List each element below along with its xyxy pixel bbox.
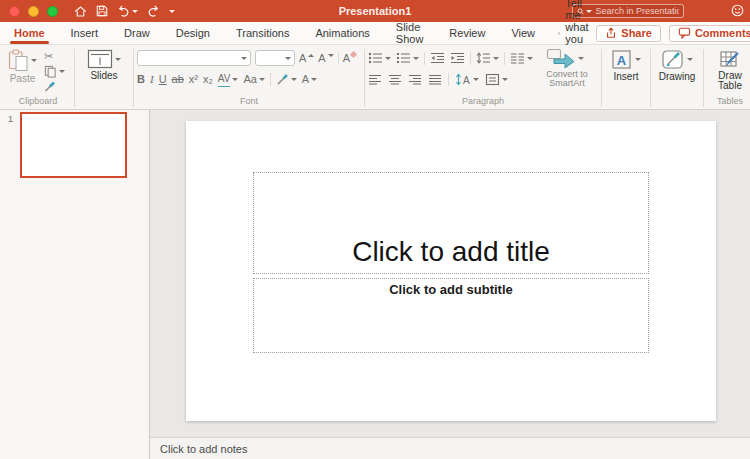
- line-spacing-button[interactable]: [476, 52, 499, 64]
- superscript-button[interactable]: x²: [189, 72, 198, 86]
- tab-actions: Share Comments: [596, 25, 750, 42]
- change-case-button[interactable]: Aa: [243, 72, 264, 86]
- increase-indent-button[interactable]: [450, 52, 465, 64]
- save-icon[interactable]: [96, 5, 108, 17]
- tab-design[interactable]: Design: [172, 22, 214, 45]
- character-spacing-button[interactable]: AV: [218, 72, 239, 87]
- group-insert: A Insert: [605, 48, 647, 109]
- tab-home[interactable]: Home: [10, 22, 49, 45]
- subtitle-placeholder[interactable]: Click to add subtitle: [253, 278, 649, 353]
- strikethrough-button[interactable]: ab: [172, 72, 184, 86]
- align-text-button[interactable]: [485, 73, 508, 86]
- format-painter-button[interactable]: [44, 80, 65, 92]
- font-color-button[interactable]: A: [302, 72, 317, 86]
- justify-button[interactable]: [428, 74, 442, 85]
- drawing-dropdown-icon[interactable]: [687, 58, 693, 61]
- paste-dropdown-icon[interactable]: [31, 59, 37, 62]
- tab-review[interactable]: Review: [445, 22, 489, 45]
- draw-table-button[interactable]: Draw Table: [710, 48, 750, 92]
- ribbon-home: Paste ✂ Clipboard: [0, 45, 750, 110]
- zoom-window-button[interactable]: [47, 6, 58, 17]
- redo-button[interactable]: [147, 5, 160, 17]
- numbering-icon: [396, 52, 411, 64]
- font-size-combo[interactable]: [255, 50, 295, 66]
- highlighter-icon: [276, 73, 289, 86]
- share-label: Share: [621, 27, 652, 39]
- slides-label: Slides: [90, 71, 117, 81]
- columns-icon: [510, 52, 525, 64]
- decrease-indent-button[interactable]: [430, 52, 445, 64]
- undo-button[interactable]: [117, 5, 138, 17]
- align-right-icon: [408, 74, 422, 85]
- share-button[interactable]: Share: [596, 25, 661, 42]
- subtitle-placeholder-text: Click to add subtitle: [389, 282, 513, 297]
- new-slide-dropdown-icon[interactable]: [115, 58, 121, 61]
- title-placeholder[interactable]: Click to add title: [253, 172, 649, 274]
- convert-to-smartart-button[interactable]: [546, 48, 584, 69]
- tables-group-label: Tables: [707, 96, 750, 109]
- tab-transitions[interactable]: Transitions: [232, 22, 293, 45]
- group-divider: [703, 49, 704, 107]
- group-paragraph: A Convert to SmartArt Paragraph: [368, 48, 598, 109]
- slide-thumbnail-panel[interactable]: 1: [0, 110, 150, 459]
- tab-animations[interactable]: Animations: [311, 22, 373, 45]
- tab-slide-show[interactable]: Slide Show: [392, 22, 428, 45]
- columns-button[interactable]: [510, 52, 533, 64]
- bullets-button[interactable]: [368, 52, 391, 64]
- bold-button[interactable]: B: [137, 72, 145, 86]
- tab-view[interactable]: View: [507, 22, 539, 45]
- drawing-label: Drawing: [659, 72, 696, 82]
- tab-insert[interactable]: Insert: [67, 22, 103, 45]
- slide-layout-icon: [87, 49, 113, 69]
- minimize-window-button[interactable]: [28, 6, 39, 17]
- lightbulb-icon: [558, 27, 560, 40]
- tab-draw[interactable]: Draw: [120, 22, 154, 45]
- customize-toolbar-icon[interactable]: [169, 2, 175, 20]
- align-center-icon: [388, 74, 402, 85]
- notes-pane[interactable]: Click to add notes: [150, 437, 750, 459]
- text-direction-icon: A: [455, 73, 471, 86]
- drawing-button[interactable]: Drawing: [656, 48, 699, 83]
- align-right-button[interactable]: [408, 74, 422, 85]
- group-divider: [74, 49, 75, 107]
- text-highlight-button[interactable]: [276, 73, 297, 86]
- eraser-accent: [350, 51, 357, 58]
- home-icon[interactable]: [74, 5, 87, 18]
- font-name-combo[interactable]: [137, 50, 251, 66]
- comments-button[interactable]: Comments: [669, 25, 750, 42]
- notes-placeholder-text: Click to add notes: [160, 443, 247, 455]
- comments-label: Comments: [695, 27, 750, 39]
- ribbon-tabs: Home Insert Draw Design Transitions Anim…: [0, 22, 750, 45]
- smartart-icon: [546, 48, 576, 69]
- powerpoint-window: Presentation1 Home Insert Draw Design Tr…: [0, 0, 750, 459]
- numbering-button[interactable]: [396, 52, 419, 64]
- close-window-button[interactable]: [9, 6, 20, 17]
- font-group-label: Font: [137, 96, 361, 109]
- subscript-button[interactable]: x₂: [203, 72, 213, 86]
- shrink-font-button[interactable]: A: [318, 51, 333, 65]
- cut-button[interactable]: ✂: [44, 50, 65, 62]
- paste-label: Paste: [10, 74, 36, 84]
- text-direction-button[interactable]: A: [455, 73, 479, 86]
- slide-thumbnail-selected[interactable]: [20, 112, 127, 178]
- insert-text-box-button[interactable]: A Insert: [608, 48, 644, 83]
- clear-formatting-button[interactable]: A: [343, 51, 356, 65]
- quick-access-toolbar: [74, 2, 175, 20]
- titlebar: Presentation1: [0, 0, 750, 22]
- svg-text:A: A: [463, 75, 470, 86]
- paragraph-group-label: Paragraph: [368, 96, 598, 109]
- underline-button[interactable]: U: [159, 72, 167, 86]
- new-slide-button[interactable]: Slides: [84, 48, 124, 82]
- align-center-button[interactable]: [388, 74, 402, 85]
- paste-button[interactable]: Paste: [5, 48, 40, 85]
- search-input[interactable]: [595, 6, 679, 16]
- copy-dropdown-icon[interactable]: [59, 70, 65, 73]
- italic-button[interactable]: I: [150, 72, 154, 86]
- grow-font-button[interactable]: A: [299, 51, 314, 65]
- copy-button[interactable]: [44, 65, 65, 77]
- feedback-smiley-icon[interactable]: [731, 4, 744, 17]
- align-left-button[interactable]: [368, 74, 382, 85]
- slide-canvas[interactable]: Click to add title Click to add subtitle: [186, 121, 716, 421]
- undo-dropdown-icon[interactable]: [132, 10, 138, 13]
- insert-dropdown-icon[interactable]: [635, 58, 641, 61]
